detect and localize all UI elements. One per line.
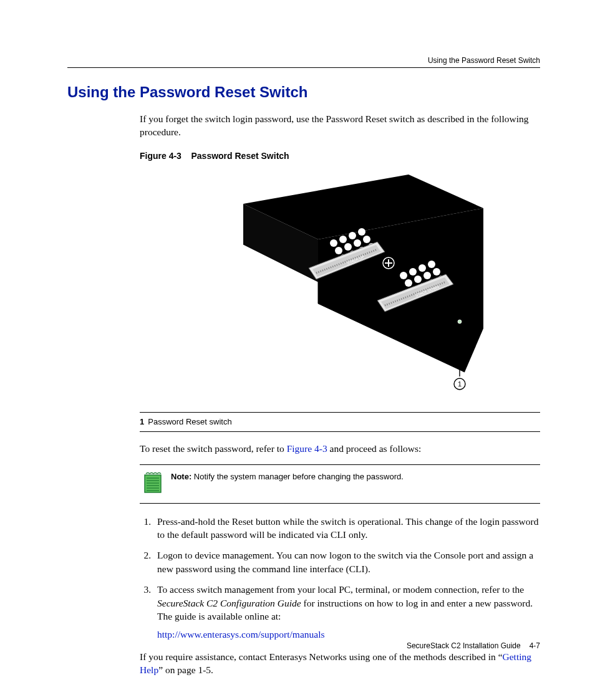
svg-rect-42 bbox=[145, 475, 161, 492]
callout-number: 1 bbox=[140, 417, 144, 426]
svg-point-11 bbox=[354, 239, 361, 247]
step-1: Press-and-hold the Reset button while th… bbox=[153, 515, 540, 542]
reset-intro: To reset the switch password, refer to F… bbox=[140, 442, 540, 455]
figure-label: Figure 4-3 bbox=[140, 151, 181, 161]
svg-point-38 bbox=[458, 320, 462, 324]
header-rule bbox=[67, 67, 540, 68]
manuals-url-link[interactable]: http://www.enterasys.com/support/manuals bbox=[157, 629, 324, 640]
svg-point-7 bbox=[349, 232, 356, 239]
closing-paragraph: If you require assistance, contact Enter… bbox=[140, 650, 540, 677]
svg-point-8 bbox=[358, 228, 365, 236]
step-3-before: To access switch management from your lo… bbox=[157, 584, 524, 595]
callout-table: 1Password Reset switch bbox=[140, 412, 540, 432]
figure-title: Password Reset Switch bbox=[191, 151, 289, 161]
intro-paragraph: If you forget the switch login password,… bbox=[140, 112, 540, 139]
closing-after: ” on page 1-5. bbox=[158, 664, 213, 675]
svg-point-22 bbox=[414, 276, 422, 283]
page: Using the Password Reset Switch Using th… bbox=[0, 0, 595, 700]
reset-intro-after: and proceed as follows: bbox=[327, 443, 422, 454]
note-box: Note: Notify the system manager before c… bbox=[140, 464, 540, 504]
reset-intro-before: To reset the switch password, refer to bbox=[140, 443, 287, 454]
svg-point-23 bbox=[423, 272, 431, 279]
device-illustration: STACK UP STACK DOWN 1 bbox=[190, 170, 490, 400]
svg-point-17 bbox=[400, 272, 407, 279]
figure-image: STACK UP STACK DOWN 1 bbox=[140, 170, 540, 403]
notepad-icon bbox=[143, 471, 162, 497]
note-body: Notify the system manager before changin… bbox=[191, 472, 404, 481]
callout-marker: 1 bbox=[458, 380, 462, 388]
procedure-list: Press-and-hold the Reset button while th… bbox=[140, 515, 540, 641]
closing-before: If you require assistance, contact Enter… bbox=[140, 651, 503, 662]
svg-point-18 bbox=[409, 268, 417, 276]
screw-icon bbox=[383, 257, 394, 269]
step-2: Logon to device management. You can now … bbox=[153, 549, 540, 575]
footer-page-number: 4-7 bbox=[530, 641, 540, 650]
svg-point-5 bbox=[330, 239, 337, 247]
svg-point-20 bbox=[428, 261, 435, 268]
footer-doc-title: SecureStack C2 Installation Guide bbox=[407, 641, 521, 650]
page-footer: SecureStack C2 Installation Guide4-7 bbox=[407, 641, 540, 650]
note-text: Note: Notify the system manager before c… bbox=[171, 471, 404, 482]
note-label: Note: bbox=[171, 472, 191, 481]
callout-text: Password Reset switch bbox=[148, 417, 231, 426]
svg-point-10 bbox=[344, 243, 352, 251]
svg-point-12 bbox=[363, 236, 370, 243]
figure-reference-link[interactable]: Figure 4-3 bbox=[287, 443, 327, 454]
figure-caption: Figure 4-3 Password Reset Switch bbox=[140, 150, 540, 162]
step-3-guide-title: SecureStack C2 Configuration Guide bbox=[157, 598, 301, 608]
body-block: If you forget the switch login password,… bbox=[140, 112, 540, 676]
svg-point-9 bbox=[335, 247, 342, 254]
step-2-text: Logon to device management. You can now … bbox=[157, 550, 533, 573]
svg-point-24 bbox=[433, 268, 440, 276]
svg-point-21 bbox=[405, 279, 412, 287]
step-3: To access switch management from your lo… bbox=[153, 583, 540, 641]
step-1-text: Press-and-hold the Reset button while th… bbox=[157, 516, 538, 540]
svg-point-6 bbox=[339, 236, 347, 243]
svg-point-19 bbox=[418, 264, 426, 272]
section-title: Using the Password Reset Switch bbox=[67, 84, 540, 101]
running-header: Using the Password Reset Switch bbox=[428, 56, 540, 65]
